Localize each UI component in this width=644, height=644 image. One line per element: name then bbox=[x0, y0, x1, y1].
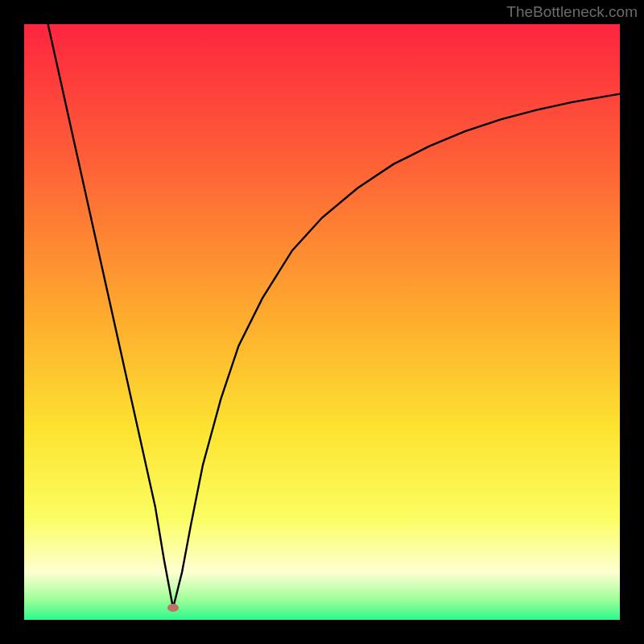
attribution-label: TheBottleneck.com bbox=[506, 3, 638, 21]
chart-frame: TheBottleneck.com bbox=[0, 0, 644, 644]
plot-svg bbox=[24, 24, 620, 620]
optimal-point-marker bbox=[167, 604, 179, 612]
plot-area bbox=[24, 24, 620, 620]
